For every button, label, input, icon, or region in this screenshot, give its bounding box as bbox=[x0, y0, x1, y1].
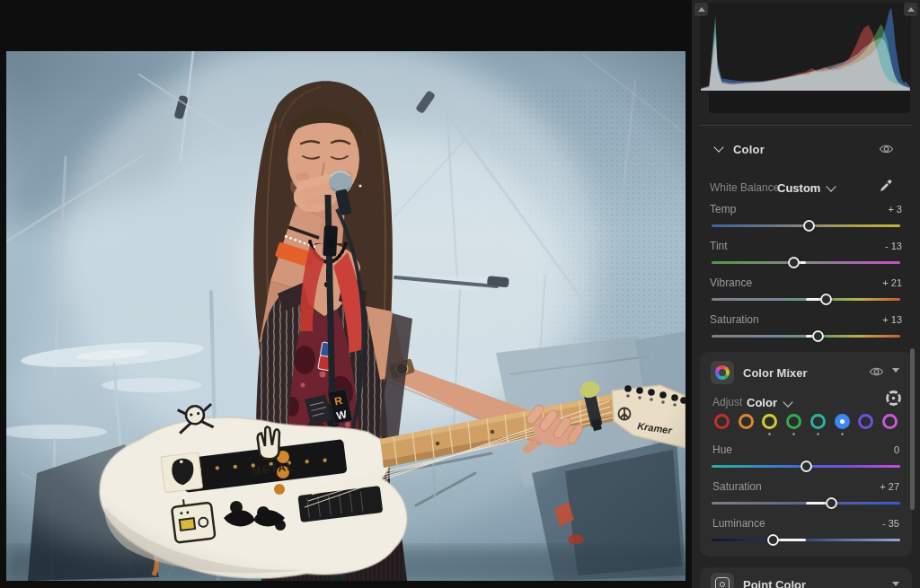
swatch-green[interactable] bbox=[786, 414, 801, 441]
adjust-label: Adjust bbox=[712, 396, 742, 408]
slider-knob[interactable] bbox=[820, 294, 832, 305]
swatch-magenta[interactable] bbox=[882, 414, 898, 441]
adjust-row: Adjust Color bbox=[700, 393, 912, 411]
white-balance-value: Custom bbox=[777, 181, 820, 195]
section-divider bbox=[699, 125, 913, 126]
white-balance-row: White Balance Custom bbox=[692, 179, 920, 197]
photo-info-strip bbox=[709, 92, 910, 113]
concert-photo-illustration: METAL R W bbox=[6, 51, 686, 581]
swatch-orange[interactable] bbox=[739, 414, 754, 441]
point-color-icon-chip bbox=[711, 573, 734, 588]
swatch-purple[interactable] bbox=[858, 414, 873, 441]
point-color-title: Point Color bbox=[743, 578, 806, 588]
color-mixer-icon-chip bbox=[711, 361, 734, 384]
luminance-label: Luminance bbox=[712, 517, 765, 530]
mixer-saturation-value: + 27 bbox=[880, 481, 899, 492]
collapse-triangle-icon[interactable] bbox=[892, 368, 899, 373]
swatch-red[interactable] bbox=[714, 414, 730, 441]
panel-scrollbar[interactable] bbox=[910, 348, 915, 510]
mixer-hue-slider-row: Hue0 bbox=[700, 443, 912, 479]
adjust-mode-value: Color bbox=[747, 396, 777, 409]
vibrance-label: Vibrance bbox=[710, 276, 752, 289]
temp-value: + 3 bbox=[888, 204, 902, 215]
point-color-icon bbox=[715, 577, 730, 588]
luminance-slider[interactable] bbox=[712, 539, 900, 541]
mixer-saturation-label: Saturation bbox=[712, 480, 762, 493]
white-balance-dropdown[interactable]: Custom bbox=[777, 179, 835, 197]
vibrance-slider-row: Vibrance+ 21 bbox=[692, 276, 920, 312]
collapse-chevron-icon[interactable] bbox=[713, 142, 723, 152]
slider-knob[interactable] bbox=[803, 220, 815, 232]
saturation-slider-row: Saturation+ 13 bbox=[692, 313, 920, 349]
shadow-clipping-button[interactable] bbox=[694, 3, 708, 16]
shadow-clipping-icon bbox=[698, 7, 705, 12]
histogram[interactable] bbox=[700, 3, 911, 92]
collapse-triangle-icon[interactable] bbox=[892, 582, 899, 586]
edit-panel: Color White Balance Custom Temp+ 3 Tint-… bbox=[692, 0, 920, 588]
vignette bbox=[6, 51, 686, 581]
color-mixer-visibility-toggle[interactable] bbox=[867, 364, 885, 379]
hue-slider[interactable] bbox=[712, 465, 900, 468]
temp-label: Temp bbox=[710, 203, 736, 215]
vibrance-slider[interactable] bbox=[712, 298, 900, 301]
slider-knob[interactable] bbox=[767, 534, 779, 546]
color-mixer-card: Color Mixer Adjust Color bbox=[700, 352, 912, 557]
editor-canvas-area: METAL R W bbox=[0, 0, 692, 588]
mixer-luminance-slider-row: Luminance- 35 bbox=[700, 517, 912, 553]
saturation-slider[interactable] bbox=[712, 335, 900, 338]
swatch-blue[interactable] bbox=[835, 414, 850, 441]
histogram-plot bbox=[701, 4, 910, 91]
point-color-card[interactable]: Point Color bbox=[700, 567, 912, 588]
slider-knob[interactable] bbox=[812, 330, 824, 342]
luminance-value: - 35 bbox=[882, 518, 899, 529]
temp-slider[interactable] bbox=[712, 224, 900, 227]
color-visibility-toggle[interactable] bbox=[877, 142, 895, 156]
photo-canvas[interactable]: METAL R W bbox=[6, 51, 686, 581]
highlight-clipping-button[interactable] bbox=[904, 3, 917, 16]
adjust-mode-dropdown[interactable]: Color bbox=[747, 393, 792, 411]
color-section-title: Color bbox=[733, 143, 765, 156]
temp-slider-row: Temp+ 3 bbox=[692, 203, 920, 239]
tint-value: - 13 bbox=[885, 241, 902, 251]
saturation-value: + 13 bbox=[882, 314, 902, 325]
swatch-teal[interactable] bbox=[810, 414, 826, 441]
target-adjust-icon bbox=[885, 390, 902, 407]
eye-icon bbox=[869, 366, 884, 377]
slider-knob[interactable] bbox=[826, 497, 837, 509]
mixer-saturation-slider-row: Saturation+ 27 bbox=[700, 480, 912, 516]
eye-icon bbox=[879, 144, 894, 154]
slider-knob[interactable] bbox=[801, 461, 812, 472]
tint-slider-row: Tint- 13 bbox=[692, 240, 920, 276]
color-swatches bbox=[714, 414, 898, 441]
color-mixer-title: Color Mixer bbox=[743, 366, 808, 380]
swatch-yellow[interactable] bbox=[762, 414, 777, 441]
white-balance-eyedropper[interactable] bbox=[877, 179, 895, 193]
chevron-down-icon bbox=[827, 181, 836, 191]
hue-value: 0 bbox=[894, 444, 899, 455]
targeted-adjustment-button[interactable] bbox=[883, 388, 903, 408]
slider-knob[interactable] bbox=[788, 257, 800, 268]
white-balance-label: White Balance bbox=[710, 181, 779, 194]
saturation-label: Saturation bbox=[710, 313, 759, 326]
hue-label: Hue bbox=[712, 443, 732, 456]
tint-label: Tint bbox=[710, 240, 728, 252]
color-section-header[interactable]: Color bbox=[692, 140, 920, 160]
chevron-down-icon bbox=[783, 397, 792, 407]
highlight-clipping-icon bbox=[907, 7, 915, 12]
eyedropper-icon bbox=[879, 179, 893, 193]
color-wheel-icon bbox=[715, 365, 730, 380]
mixer-saturation-slider[interactable] bbox=[712, 502, 900, 505]
vibrance-value: + 21 bbox=[882, 277, 902, 288]
tint-slider[interactable] bbox=[712, 261, 900, 264]
